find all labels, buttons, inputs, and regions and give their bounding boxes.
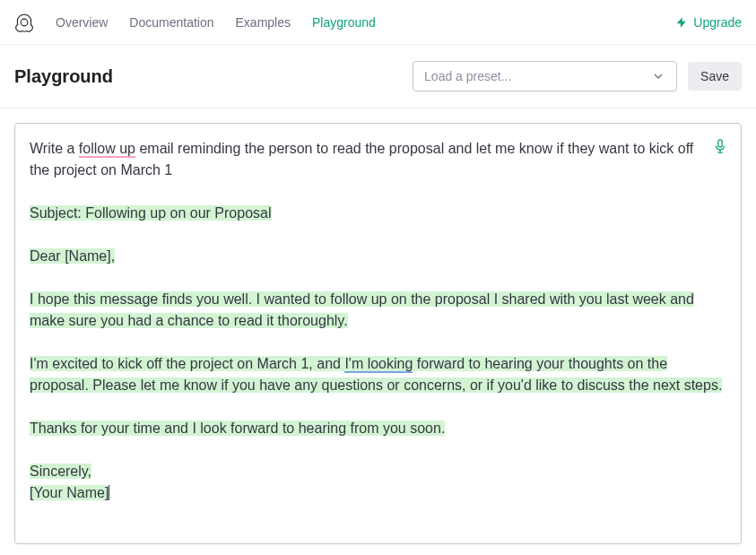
- openai-logo-icon: [14, 13, 34, 32]
- svg-rect-1: [718, 140, 722, 147]
- save-button[interactable]: Save: [688, 62, 742, 91]
- editor-box[interactable]: Write a follow up email reminding the pe…: [14, 123, 742, 544]
- nav-link-examples[interactable]: Examples: [236, 15, 291, 30]
- generated-closing: Sincerely,[Your Name]: [30, 461, 726, 504]
- preset-select[interactable]: Load a preset...: [413, 61, 677, 91]
- generated-subject: Subject: Following up on our Proposal: [30, 203, 726, 224]
- generated-p3: Thanks for your time and I look forward …: [30, 418, 726, 439]
- lightning-icon: [675, 16, 688, 29]
- nav-link-playground[interactable]: Playground: [312, 15, 376, 30]
- prompt-text: Write a follow up email reminding the pe…: [30, 138, 726, 181]
- nav-link-documentation[interactable]: Documentation: [129, 15, 213, 30]
- svg-point-0: [21, 19, 28, 26]
- top-nav: Overview Documentation Examples Playgrou…: [0, 0, 756, 45]
- chevron-down-icon: [651, 69, 665, 83]
- generated-greeting: Dear [Name],: [30, 246, 726, 267]
- generated-p2: I'm excited to kick off the project on M…: [30, 353, 726, 396]
- editor-area: Write a follow up email reminding the pe…: [0, 108, 756, 555]
- prompt-spellcheck: follow up: [79, 141, 135, 158]
- page-title: Playground: [14, 66, 402, 87]
- nav-links: Overview Documentation Examples Playgrou…: [56, 15, 675, 30]
- preset-placeholder: Load a preset...: [424, 69, 511, 83]
- prompt-pre: Write a: [30, 141, 79, 156]
- microphone-icon[interactable]: [714, 138, 726, 160]
- sub-header: Playground Load a preset... Save: [0, 45, 756, 108]
- nav-link-overview[interactable]: Overview: [56, 15, 108, 30]
- generated-p1: I hope this message finds you well. I wa…: [30, 289, 726, 332]
- upgrade-button[interactable]: Upgrade: [675, 15, 742, 30]
- upgrade-label: Upgrade: [693, 15, 742, 30]
